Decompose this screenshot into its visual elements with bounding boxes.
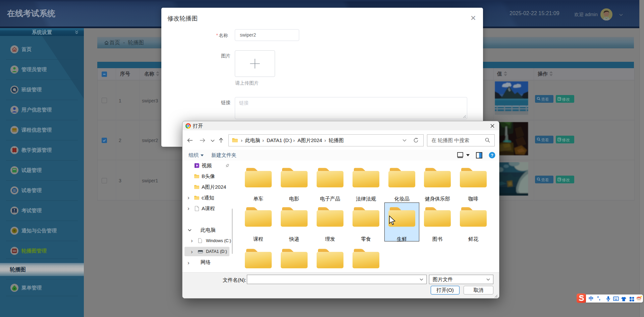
svg-text:?: ?: [491, 153, 493, 158]
